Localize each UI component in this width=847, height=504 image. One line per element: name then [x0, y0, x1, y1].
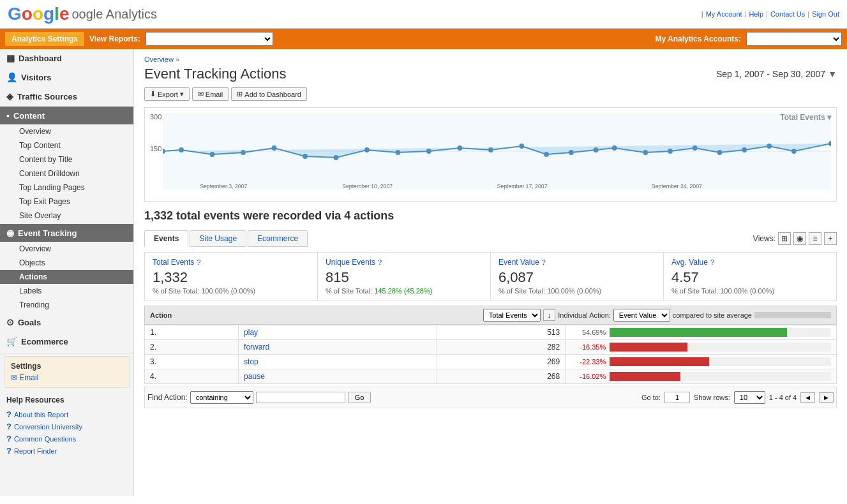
sidebar-item-ecommerce[interactable]: 🛒 Ecommerce	[0, 332, 133, 350]
filter-type-select[interactable]: containing not containing matching not m…	[190, 391, 253, 404]
metric-event-value-value: 6,087	[498, 269, 656, 286]
sidebar: ▦ Dashboard 👤 Visitors ◈ Traffic Sources…	[0, 49, 134, 496]
my-account-link[interactable]: My Account	[706, 10, 742, 18]
sidebar-item-dashboard[interactable]: ▦ Dashboard	[0, 49, 133, 67]
event-value-help-icon[interactable]: ?	[542, 258, 546, 266]
summary-count: 1,332 total events were recorded via 4 a…	[144, 209, 394, 222]
sidebar-section-goals: ⊙ Goals	[0, 313, 133, 331]
view-compare-icon[interactable]: +	[824, 232, 837, 245]
sidebar-item-content[interactable]: ▪ Content	[0, 107, 133, 124]
views-label: Views:	[753, 234, 776, 243]
sidebar-visitors-label: Visitors	[21, 73, 51, 82]
analytics-settings-button[interactable]: Analytics Settings	[5, 32, 84, 46]
svg-point-18	[594, 147, 599, 152]
date-range[interactable]: Sep 1, 2007 - Sep 30, 2007 ▼	[716, 69, 837, 79]
individual-action-container: Individual Action: Event Value compared …	[558, 309, 831, 322]
contact-us-link[interactable]: Contact Us	[770, 10, 805, 18]
svg-point-22	[693, 145, 698, 151]
help-item-conversion: ? Conversion University	[6, 420, 127, 433]
sidebar-traffic-label: Traffic Sources	[17, 92, 77, 101]
help-link[interactable]: Help	[749, 10, 763, 18]
sidebar-sub-top-exit[interactable]: Top Exit Pages	[0, 195, 133, 209]
view-grid-icon[interactable]: ⊞	[778, 232, 791, 245]
sidebar-sub-content-by-title[interactable]: Content by Title	[0, 152, 133, 167]
sidebar-item-event-tracking[interactable]: ◉ Event Tracking	[0, 224, 133, 242]
sidebar-sub-et-labels[interactable]: Labels	[0, 284, 133, 298]
avg-value-help-icon[interactable]: ?	[710, 258, 714, 266]
view-list-icon[interactable]: ≡	[809, 232, 821, 245]
sidebar-sub-et-actions[interactable]: Actions	[0, 270, 133, 284]
email-button[interactable]: ✉ Email	[192, 87, 229, 101]
sidebar-sub-et-trending[interactable]: Trending	[0, 298, 133, 312]
sidebar-sub-et-objects[interactable]: Objects	[0, 256, 133, 270]
row-action-link-forward[interactable]: forward	[244, 343, 269, 352]
row-action-link-pause[interactable]: pause	[244, 372, 265, 381]
pagination-info: 1 - 4 of 4	[769, 394, 797, 401]
my-analytics-accounts-select[interactable]	[746, 32, 842, 46]
bar-pct-pause: -16.02%	[571, 373, 606, 380]
svg-point-25	[767, 144, 772, 149]
filter-go-button[interactable]: Go	[348, 392, 371, 403]
add-to-dashboard-button[interactable]: ⊞ Add to Dashboard	[231, 87, 307, 101]
row-action-link-stop[interactable]: stop	[244, 357, 259, 366]
view-reports-select[interactable]	[146, 32, 273, 46]
page-title: Event Tracking Actions	[144, 66, 287, 82]
sidebar-item-traffic-sources[interactable]: ◈ Traffic Sources	[0, 87, 133, 105]
sidebar-sub-content-overview[interactable]: Overview	[0, 124, 133, 138]
toolbar-left: Analytics Settings View Reports:	[5, 32, 273, 46]
view-reports-label: View Reports:	[89, 34, 140, 43]
sidebar-section-content: ▪ Content Overview Top Content Content b…	[0, 107, 133, 223]
sidebar-sub-content-drilldown[interactable]: Content Drilldown	[0, 167, 133, 181]
unique-events-help-icon[interactable]: ?	[378, 258, 382, 266]
filter-text-input[interactable]	[256, 392, 345, 403]
email-label: Email	[206, 91, 223, 98]
help-finder-icon: ?	[6, 446, 11, 456]
traffic-icon: ◈	[6, 91, 13, 101]
sidebar-event-tracking-label: Event Tracking	[18, 228, 77, 238]
bar-pct-play: 54.69%	[571, 329, 606, 336]
row-action-cell: forward	[239, 340, 437, 355]
sidebar-item-visitors[interactable]: 👤 Visitors	[0, 68, 133, 86]
next-page-button[interactable]: ►	[819, 392, 834, 403]
tab-ecommerce[interactable]: Ecommerce	[248, 230, 308, 247]
metric-avg-value-value: 4.57	[671, 269, 828, 286]
add-dashboard-icon: ⊞	[237, 90, 243, 98]
breadcrumb-overview-link[interactable]: Overview	[144, 56, 174, 63]
svg-point-12	[426, 149, 431, 154]
metrics-row: Total Events ? 1,332 % of Site Total: 10…	[144, 252, 837, 300]
row-action-link-play[interactable]: play	[244, 328, 258, 337]
toolbar-right: My Analytics Accounts:	[656, 32, 842, 46]
help-questions-link[interactable]: Common Questions	[14, 435, 76, 443]
header-links: | My Account | Help | Contact Us | Sign …	[701, 10, 839, 18]
sidebar-sub-top-landing[interactable]: Top Landing Pages	[0, 181, 133, 195]
tab-list: Events Site Usage Ecommerce	[144, 230, 309, 247]
show-rows-select[interactable]: 10 25 50 100	[734, 391, 765, 404]
settings-email-link[interactable]: ✉ Email	[11, 373, 38, 382]
sidebar-sub-et-overview[interactable]: Overview	[0, 242, 133, 256]
google-g-icon: Google	[8, 4, 69, 24]
goto-input[interactable]	[664, 392, 690, 403]
individual-action-select[interactable]: Event Value	[613, 309, 670, 322]
sidebar-sub-site-overlay[interactable]: Site Overlay	[0, 209, 133, 223]
export-button[interactable]: ⬇ Export ▾	[144, 87, 190, 101]
sidebar-sub-top-content[interactable]: Top Content	[0, 138, 133, 152]
row-num: 2.	[145, 340, 239, 355]
help-about-link[interactable]: About this Report	[14, 411, 68, 419]
sort-select[interactable]: Total Events	[483, 309, 541, 322]
metric-event-value-label: Event Value ?	[498, 258, 656, 267]
total-events-help-icon[interactable]: ?	[197, 258, 200, 266]
help-conversion-link[interactable]: Conversion University	[14, 423, 82, 431]
tab-site-usage[interactable]: Site Usage	[190, 230, 246, 247]
filter-row: Find Action: containing not containing m…	[144, 387, 837, 408]
bar-fill-stop	[610, 357, 709, 366]
sort-direction-button[interactable]: ↓	[543, 309, 556, 321]
sidebar-item-goals[interactable]: ⊙ Goals	[0, 313, 133, 331]
prev-page-button[interactable]: ◄	[800, 392, 815, 403]
tab-events[interactable]: Events	[144, 230, 188, 247]
help-finder-link[interactable]: Report Finder	[14, 447, 57, 455]
view-pie-icon[interactable]: ◉	[793, 232, 806, 245]
row-action-cell: play	[239, 325, 437, 340]
bar-fill-forward	[610, 343, 687, 352]
bar-fill-pause	[610, 372, 680, 381]
sign-out-link[interactable]: Sign Out	[812, 10, 839, 18]
